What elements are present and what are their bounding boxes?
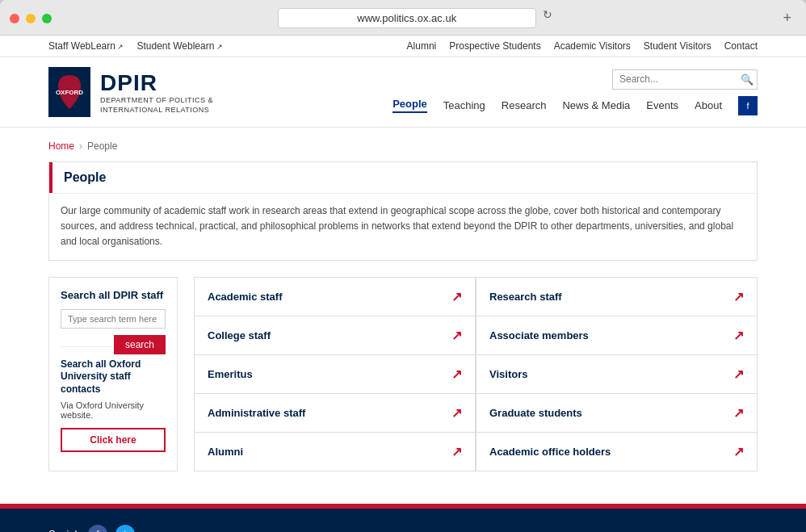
arrow-icon: ↗ bbox=[451, 444, 462, 459]
arrow-icon: ↗ bbox=[451, 328, 462, 343]
main-nav: People Teaching Research News & Media Ev… bbox=[393, 96, 758, 115]
arrow-icon: ↗ bbox=[733, 328, 744, 343]
links-column-left: Academic staff ↗ College staff ↗ Emeritu… bbox=[194, 277, 476, 471]
oxford-shield: OXFORD bbox=[48, 67, 90, 117]
footer-social: Social: f t bbox=[48, 525, 758, 532]
arrow-icon: ↗ bbox=[733, 289, 744, 304]
nav-events[interactable]: Events bbox=[646, 99, 678, 111]
facebook-icon[interactable]: f bbox=[88, 525, 107, 532]
minimize-button[interactable] bbox=[26, 14, 36, 23]
utility-bar: Staff WebLearn Student Weblearn Alumni P… bbox=[0, 36, 806, 57]
arrow-icon: ↗ bbox=[733, 367, 744, 382]
footer: Social: f t Information for University S… bbox=[0, 509, 806, 532]
search-panel: Search all DPIR staff search Search all … bbox=[48, 277, 178, 471]
link-research-staff[interactable]: Research staff ↗ bbox=[476, 278, 757, 316]
header-right: 🔍 People Teaching Research News & Media … bbox=[393, 69, 758, 115]
search-input[interactable] bbox=[619, 73, 741, 85]
website-content: Staff WebLearn Student Weblearn Alumni P… bbox=[0, 36, 806, 532]
alumni-link[interactable]: Alumni bbox=[407, 40, 437, 52]
links-column-right: Research staff ↗ Associate members ↗ Vis… bbox=[476, 277, 758, 471]
browser-chrome: www.politics.ox.ac.uk ↻ + bbox=[0, 0, 806, 36]
dpir-subtitle: DEPARTMENT OF POLITICS & INTERNATIONAL R… bbox=[100, 96, 213, 115]
refresh-button[interactable]: ↻ bbox=[543, 8, 552, 28]
social-label: Social: bbox=[48, 528, 80, 532]
utility-left-links: Staff WebLearn Student Weblearn bbox=[48, 40, 223, 52]
page-section: People Our large community of academic s… bbox=[48, 161, 758, 261]
nav-teaching[interactable]: Teaching bbox=[443, 99, 485, 111]
site-header: OXFORD DPIR DEPARTMENT OF POLITICS & INT… bbox=[0, 57, 806, 128]
logo-area: OXFORD DPIR DEPARTMENT OF POLITICS & INT… bbox=[48, 67, 213, 117]
nav-people[interactable]: People bbox=[393, 98, 427, 113]
breadcrumb: Home › People bbox=[48, 140, 758, 152]
links-columns: Academic staff ↗ College staff ↗ Emeritu… bbox=[194, 277, 758, 471]
page-description: Our large community of academic staff wo… bbox=[49, 193, 757, 260]
search-icon[interactable]: 🔍 bbox=[741, 73, 754, 86]
close-button[interactable] bbox=[10, 14, 19, 23]
student-visitors-link[interactable]: Student Visitors bbox=[644, 40, 712, 52]
nav-social-icon[interactable]: f bbox=[738, 96, 758, 115]
staff-search-input[interactable] bbox=[61, 309, 166, 329]
page-title: People bbox=[49, 162, 757, 193]
link-associate-members[interactable]: Associate members ↗ bbox=[476, 316, 757, 355]
nav-about[interactable]: About bbox=[695, 99, 722, 111]
content-area: Home › People People Our large community… bbox=[0, 128, 806, 496]
link-administrative-staff[interactable]: Administrative staff ↗ bbox=[195, 394, 475, 433]
staff-grid-container: Search all DPIR staff search Search all … bbox=[48, 277, 758, 471]
dpir-title: DPIR bbox=[100, 69, 213, 97]
site-search-bar[interactable]: 🔍 bbox=[612, 69, 758, 90]
arrow-icon: ↗ bbox=[451, 405, 462, 421]
link-academic-office-holders[interactable]: Academic office holders ↗ bbox=[476, 433, 757, 471]
link-academic-staff[interactable]: Academic staff ↗ bbox=[195, 278, 475, 316]
utility-right-links: Alumni Prospective Students Academic Vis… bbox=[407, 40, 758, 52]
oxford-contacts-sub: Via Oxford University website. bbox=[61, 400, 166, 420]
link-alumni[interactable]: Alumni ↗ bbox=[195, 433, 475, 471]
links-grid: Academic staff ↗ College staff ↗ Emeritu… bbox=[194, 277, 758, 471]
link-graduate-students[interactable]: Graduate students ↗ bbox=[476, 394, 757, 433]
search-button[interactable]: search bbox=[114, 335, 166, 354]
arrow-icon: ↗ bbox=[451, 367, 462, 382]
student-weblearn-link[interactable]: Student Weblearn bbox=[136, 40, 222, 52]
oxford-contacts-title: Search all Oxford University staff conta… bbox=[61, 358, 166, 396]
breadcrumb-current: People bbox=[87, 140, 117, 152]
arrow-icon: ↗ bbox=[733, 444, 744, 459]
svg-text:OXFORD: OXFORD bbox=[56, 89, 83, 96]
contact-link[interactable]: Contact bbox=[724, 40, 758, 52]
breadcrumb-separator: › bbox=[79, 140, 82, 152]
maximize-button[interactable] bbox=[42, 14, 52, 23]
click-here-button[interactable]: Click here bbox=[61, 428, 166, 452]
nav-research[interactable]: Research bbox=[502, 99, 547, 111]
address-bar[interactable]: www.politics.ox.ac.uk bbox=[278, 8, 536, 28]
search-panel-title: Search all DPIR staff bbox=[61, 289, 166, 301]
twitter-icon[interactable]: t bbox=[115, 525, 135, 532]
new-tab-button[interactable]: + bbox=[778, 8, 796, 28]
dpir-logo-text: DPIR DEPARTMENT OF POLITICS & INTERNATIO… bbox=[100, 69, 213, 115]
prospective-students-link[interactable]: Prospective Students bbox=[449, 40, 540, 52]
academic-visitors-link[interactable]: Academic Visitors bbox=[554, 40, 631, 52]
staff-weblearn-link[interactable]: Staff WebLearn bbox=[48, 40, 124, 52]
arrow-icon: ↗ bbox=[451, 289, 462, 304]
link-visitors[interactable]: Visitors ↗ bbox=[476, 355, 757, 394]
link-emeritus[interactable]: Emeritus ↗ bbox=[195, 355, 475, 394]
arrow-icon: ↗ bbox=[733, 405, 744, 421]
browser-window: www.politics.ox.ac.uk ↻ + Staff WebLearn… bbox=[0, 0, 806, 532]
nav-news-media[interactable]: News & Media bbox=[562, 99, 630, 111]
breadcrumb-home[interactable]: Home bbox=[48, 140, 74, 152]
link-college-staff[interactable]: College staff ↗ bbox=[195, 316, 475, 355]
